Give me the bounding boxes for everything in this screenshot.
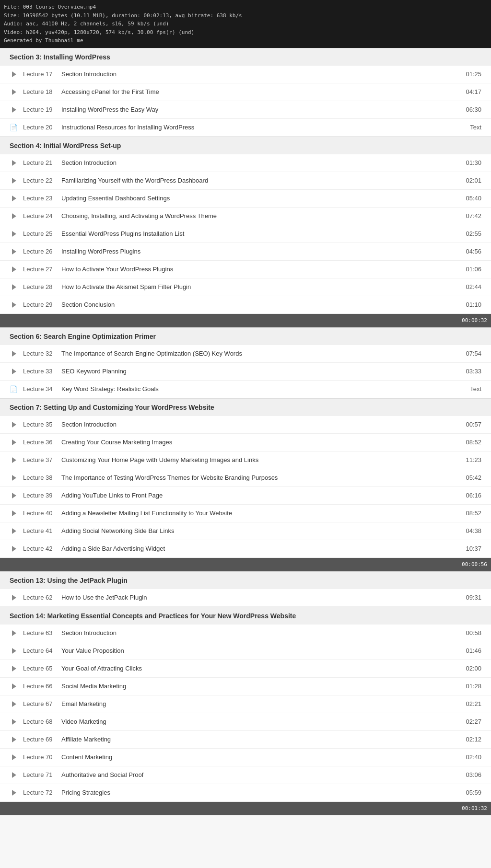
lecture-row[interactable]: Lecture 26Installing WordPress Plugins04… [0,243,491,261]
lecture-duration: 03:06 [457,771,481,778]
doc-icon: 📄 [10,124,17,131]
lecture-row[interactable]: Lecture 35Section Introduction00:57 [0,416,491,434]
play-icon [10,594,17,602]
lecture-number: Lecture 63 [23,629,61,637]
play-icon [10,545,17,553]
lecture-title: Email Marketing [61,700,457,707]
section-header-section14: Section 14: Marketing Essential Concepts… [0,607,491,625]
lecture-title: Your Goal of Attracting Clicks [61,665,457,672]
section-header-section4: Section 4: Initial WordPress Set-up [0,137,491,154]
lecture-number: Lecture 36 [23,439,61,446]
video-info-line3: Audio: aac, 44100 Hz, 2 channels, s16, 5… [4,20,487,28]
lecture-row[interactable]: Lecture 63Section Introduction00:58 [0,625,491,642]
lecture-title: Customizing Your Home Page with Udemy Ma… [61,456,457,463]
lecture-number: Lecture 17 [23,70,61,78]
video-info-line5: Generated by Thumbnail me [4,36,487,45]
lecture-row[interactable]: Lecture 23Updating Essential Dashboard S… [0,190,491,208]
divider-bar-2: 00:00:56 [0,558,491,571]
lecture-duration: 04:38 [457,527,481,534]
lecture-duration: 01:46 [457,647,481,654]
lecture-title: Your Value Proposition [61,647,457,654]
lecture-duration: 11:23 [457,456,481,463]
lecture-row[interactable]: Lecture 41Adding Social Networking Side … [0,522,491,540]
lecture-row[interactable]: Lecture 17Section Introduction01:25 [0,66,491,83]
lecture-duration: 02:40 [457,753,481,761]
lecture-number: Lecture 41 [23,527,61,534]
lecture-row[interactable]: Lecture 22Familiarizing Yourself with th… [0,172,491,190]
lecture-row[interactable]: Lecture 40Adding a Newsletter Mailing Li… [0,505,491,522]
lecture-duration: 02:27 [457,718,481,725]
lecture-number: Lecture 24 [23,212,61,220]
lecture-row[interactable]: 📄Lecture 20Instructional Resources for I… [0,119,491,137]
lecture-duration: 05:59 [457,789,481,796]
lecture-duration: 04:17 [457,88,481,95]
lecture-number: Lecture 62 [23,594,61,601]
lecture-row[interactable]: Lecture 72Pricing Strategies05:59 [0,784,491,802]
lecture-row[interactable]: Lecture 36Creating Your Course Marketing… [0,434,491,451]
lecture-duration: 02:21 [457,700,481,707]
lecture-number: Lecture 64 [23,647,61,654]
lecture-row[interactable]: 📄Lecture 34Key Word Strategy: Realistic … [0,381,491,398]
play-icon [10,665,17,672]
lecture-row[interactable]: Lecture 24Choosing, Installing, and Acti… [0,208,491,225]
lecture-title: Pricing Strategies [61,789,457,796]
lecture-row[interactable]: Lecture 38The Importance of Testing Word… [0,469,491,487]
lecture-number: Lecture 35 [23,421,61,428]
lecture-title: The Importance of Testing WordPress Them… [61,474,457,481]
lecture-row[interactable]: Lecture 66Social Media Marketing01:28 [0,678,491,695]
lecture-row[interactable]: Lecture 27How to Activate Your WordPress… [0,261,491,278]
lecture-number: Lecture 68 [23,718,61,725]
lecture-duration: 01:30 [457,159,481,166]
lecture-duration: 08:52 [457,509,481,517]
course-sections-middle: Section 6: Search Engine Optimization Pr… [0,327,491,558]
lecture-duration: Text [457,124,481,131]
lecture-row[interactable]: Lecture 65Your Goal of Attracting Clicks… [0,660,491,678]
play-icon [10,195,17,202]
lecture-duration: 01:25 [457,70,481,78]
divider-bar-3: 00:01:32 [0,802,491,815]
lecture-number: Lecture 70 [23,753,61,761]
lecture-row[interactable]: Lecture 71Authoritative and Social Proof… [0,766,491,784]
play-icon [10,527,17,535]
lecture-row[interactable]: Lecture 29Section Conclusion01:10 [0,296,491,314]
play-icon [10,421,17,428]
lecture-number: Lecture 65 [23,665,61,672]
lecture-row[interactable]: Lecture 42Adding a Side Bar Advertising … [0,540,491,558]
lecture-row[interactable]: Lecture 21Section Introduction01:30 [0,154,491,172]
lecture-row[interactable]: Lecture 62How to Use the JetPack Plugin0… [0,589,491,607]
lecture-row[interactable]: Lecture 37Customizing Your Home Page wit… [0,451,491,469]
lecture-row[interactable]: Lecture 70Content Marketing02:40 [0,749,491,766]
lecture-title: Video Marketing [61,718,457,725]
lecture-row[interactable]: Lecture 32The Importance of Search Engin… [0,345,491,363]
lecture-duration: 08:52 [457,439,481,446]
play-icon [10,474,17,482]
lecture-duration: 05:42 [457,474,481,481]
lecture-row[interactable]: Lecture 25Essential WordPress Plugins In… [0,225,491,243]
play-icon [10,439,17,446]
lecture-number: Lecture 23 [23,195,61,202]
lecture-row[interactable]: Lecture 19Installing WordPress the Easy … [0,101,491,119]
lecture-title: Section Introduction [61,629,457,637]
lecture-title: The Importance of Search Engine Optimiza… [61,350,457,357]
lecture-row[interactable]: Lecture 28How to Activate the Akismet Sp… [0,278,491,296]
lecture-row[interactable]: Lecture 18Accessing cPanel for the First… [0,83,491,101]
lecture-number: Lecture 21 [23,159,61,166]
play-icon [10,159,17,167]
lecture-row[interactable]: Lecture 67Email Marketing02:21 [0,695,491,713]
lecture-row[interactable]: Lecture 69Affiliate Marketing02:12 [0,731,491,749]
play-icon [10,492,17,499]
lecture-row[interactable]: Lecture 33SEO Keyword Planning03:33 [0,363,491,381]
lecture-number: Lecture 32 [23,350,61,357]
divider-time-3: 00:01:32 [462,805,487,811]
lecture-number: Lecture 18 [23,88,61,95]
play-icon [10,368,17,375]
play-icon [10,718,17,726]
lecture-title: Essential WordPress Plugins Installation… [61,230,457,237]
lecture-row[interactable]: Lecture 68Video Marketing02:27 [0,713,491,731]
play-icon [10,212,17,220]
lecture-row[interactable]: Lecture 39Adding YouTube Links to Front … [0,487,491,505]
play-icon [10,753,17,761]
lecture-duration: 02:00 [457,665,481,672]
lecture-row[interactable]: Lecture 64Your Value Proposition01:46 [0,642,491,660]
lecture-number: Lecture 40 [23,509,61,517]
